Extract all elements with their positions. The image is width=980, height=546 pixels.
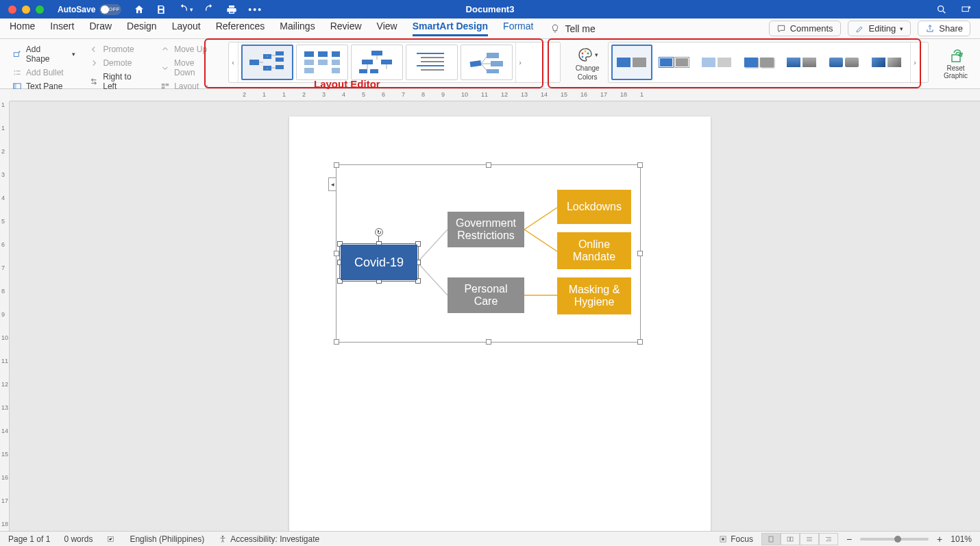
text-pane-toggle[interactable]: ◂ [328, 177, 336, 191]
accessibility-icon [218, 534, 228, 544]
undo-button[interactable]: ▾ [177, 4, 193, 15]
rtl-icon [89, 77, 99, 86]
minimize-window-button[interactable] [22, 5, 30, 14]
tab-insert[interactable]: Insert [50, 21, 74, 36]
print-layout-view-button[interactable] [761, 533, 781, 545]
reset-graphic-button[interactable]: Reset Graphic [937, 42, 975, 86]
pencil-icon [855, 24, 865, 34]
tab-mailings[interactable]: Mailings [280, 21, 315, 36]
undo-icon [177, 4, 188, 15]
status-bar: Page 1 of 1 0 words English (Philippines… [0, 531, 980, 546]
arrow-right-icon [89, 58, 99, 68]
share-icon [925, 24, 935, 34]
svg-rect-48 [722, 538, 724, 541]
resize-handle[interactable] [334, 339, 339, 345]
smartart-shape-l3a[interactable]: Lockdowns [557, 190, 631, 224]
word-count[interactable]: 0 words [64, 534, 93, 544]
tab-view[interactable]: View [377, 21, 397, 36]
focus-mode-button[interactable]: Focus [718, 534, 753, 544]
resize-handle[interactable] [637, 162, 643, 168]
svg-rect-4 [16, 71, 21, 71]
layout-editor-label: Layout Editor [314, 78, 380, 90]
arrow-down-icon [160, 63, 170, 73]
tab-home[interactable]: Home [10, 21, 35, 36]
svg-rect-49 [769, 536, 773, 542]
title-right-controls [936, 4, 972, 15]
zoom-level[interactable]: 101% [951, 534, 972, 544]
svg-rect-6 [16, 74, 21, 75]
close-window-button[interactable] [8, 5, 16, 14]
smartart-shape-l3b[interactable]: Online Mandate [557, 232, 631, 269]
zoom-slider[interactable] [860, 538, 929, 541]
more-icon[interactable]: ••• [248, 4, 262, 15]
zoom-out-button[interactable]: − [846, 534, 852, 545]
outline-view-button[interactable] [819, 533, 838, 545]
focus-icon [718, 534, 728, 544]
svg-rect-51 [790, 537, 793, 541]
add-shape-button[interactable]: Add Shape▾ [10, 43, 78, 65]
ribbon: Add Shape▾ Add Bullet Text Pane Promote … [0, 39, 980, 89]
arrow-left-icon [89, 45, 99, 54]
document-page[interactable]: ◂ ↻ [289, 116, 711, 531]
tab-layout[interactable]: Layout [172, 21, 201, 36]
smartart-shape-l3c[interactable]: Masking & Hygiene [557, 277, 631, 314]
document-title: Document3 [466, 4, 515, 14]
maximize-window-button[interactable] [36, 5, 44, 14]
search-icon[interactable] [936, 4, 947, 15]
svg-point-0 [938, 5, 944, 11]
bullet-icon [12, 68, 22, 77]
accessibility-status[interactable]: Accessibility: Investigate [218, 534, 319, 544]
ribbon-tabs: Home Insert Draw Design Layout Reference… [0, 18, 980, 39]
arrow-up-icon [160, 45, 170, 54]
window-controls [8, 5, 44, 14]
svg-rect-9 [162, 84, 165, 86]
resize-handle[interactable] [334, 162, 339, 168]
tell-me-label: Tell me [565, 23, 595, 34]
resize-handle[interactable] [637, 339, 643, 345]
tab-references[interactable]: References [216, 21, 265, 36]
smartart-frame[interactable]: ◂ ↻ [336, 164, 641, 343]
spellcheck-icon[interactable] [106, 534, 116, 544]
zoom-in-button[interactable]: + [937, 534, 942, 545]
smartart-shape-root[interactable]: Covid-19 [341, 245, 417, 280]
page-count[interactable]: Page 1 of 1 [8, 534, 50, 544]
print-icon[interactable] [226, 4, 237, 15]
smartart-shape-l2b[interactable]: Personal Care [448, 277, 524, 313]
rotation-handle[interactable]: ↻ [375, 228, 383, 236]
save-icon[interactable] [156, 4, 167, 15]
add-bullet-button: Add Bullet [10, 66, 78, 79]
vertical-ruler: 1123456789101112131415161718 [0, 101, 10, 531]
svg-rect-50 [787, 537, 790, 541]
demote-button: Demote [86, 57, 149, 69]
title-bar: AutoSave OFF ▾ ••• Document3 [0, 0, 980, 18]
tab-review[interactable]: Review [330, 21, 362, 36]
editing-mode-button[interactable]: Editing ▾ [848, 21, 911, 36]
redo-icon[interactable] [204, 4, 215, 15]
autosave-toggle[interactable]: AutoSave OFF [58, 4, 121, 15]
document-area: ◂ ↻ [10, 101, 980, 531]
smartart-shape-l2a[interactable]: Government Restrictions [448, 212, 524, 247]
tab-design[interactable]: Design [127, 21, 157, 36]
web-layout-view-button[interactable] [800, 533, 819, 545]
resize-handle[interactable] [486, 162, 491, 168]
svg-point-5 [14, 73, 16, 75]
color-editor-highlight [548, 38, 921, 88]
tab-draw[interactable]: Draw [89, 21, 112, 36]
promote-button: Promote [86, 43, 149, 55]
home-icon[interactable] [134, 4, 145, 15]
language-status[interactable]: English (Philippines) [130, 534, 204, 544]
tab-format[interactable]: Format [503, 21, 533, 36]
svg-point-3 [14, 71, 16, 72]
toggle-switch[interactable]: OFF [99, 4, 121, 15]
read-view-button[interactable] [781, 533, 800, 545]
resize-handle[interactable] [334, 251, 339, 256]
resize-handle[interactable] [486, 339, 491, 345]
resize-handle[interactable] [637, 251, 643, 256]
share-button[interactable]: Share [918, 21, 970, 36]
comments-button[interactable]: Comments [769, 21, 841, 36]
tell-me-search[interactable]: Tell me [550, 23, 595, 34]
tab-smartart-design[interactable]: SmartArt Design [413, 21, 488, 36]
autosave-label: AutoSave [58, 5, 95, 14]
svg-rect-2 [14, 53, 19, 57]
ribbon-options-icon[interactable] [961, 4, 972, 15]
